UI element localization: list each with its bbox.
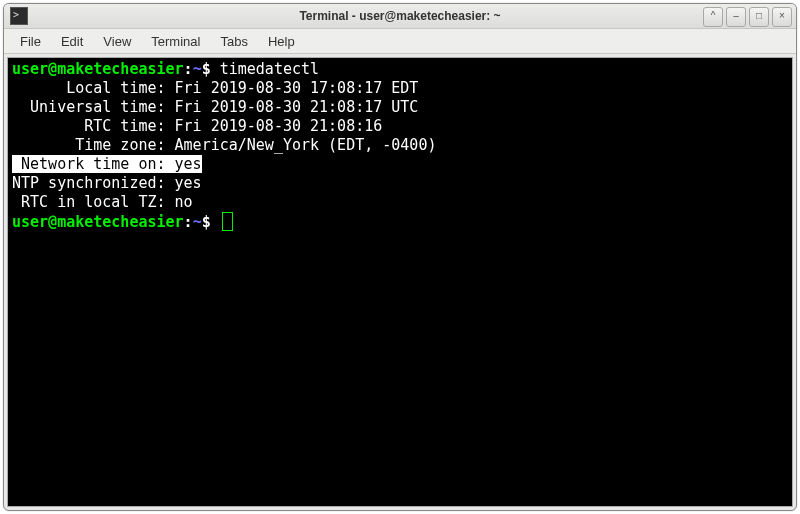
prompt-path-2: ~: [193, 213, 202, 231]
output-local-time: Local time: Fri 2019-08-30 17:08:17 EDT: [12, 79, 418, 97]
window-title: Terminal - user@maketecheasier: ~: [4, 9, 796, 23]
output-universal-time: Universal time: Fri 2019-08-30 21:08:17 …: [12, 98, 418, 116]
prompt-userhost-2: user@maketecheasier: [12, 213, 184, 231]
window-controls: ^ – □ ×: [703, 7, 792, 27]
command-text: timedatectl: [211, 60, 319, 78]
output-rtc-time: RTC time: Fri 2019-08-30 21:08:16: [12, 117, 382, 135]
menu-file[interactable]: File: [10, 31, 51, 52]
prompt-sep-2: :: [184, 213, 193, 231]
prompt-userhost: user@maketecheasier: [12, 60, 184, 78]
cursor: [222, 212, 233, 231]
menu-view[interactable]: View: [93, 31, 141, 52]
menu-edit[interactable]: Edit: [51, 31, 93, 52]
output-network-time-label: Network time on:: [12, 155, 175, 173]
minimize-button[interactable]: –: [726, 7, 746, 27]
menu-tabs[interactable]: Tabs: [210, 31, 257, 52]
prompt-symbol: $: [202, 60, 211, 78]
maximize-button[interactable]: □: [749, 7, 769, 27]
output-network-time-value: yes: [175, 155, 202, 173]
menu-help[interactable]: Help: [258, 31, 305, 52]
menu-terminal[interactable]: Terminal: [141, 31, 210, 52]
output-rtc-local-tz: RTC in local TZ: no: [12, 193, 193, 211]
menubar: File Edit View Terminal Tabs Help: [4, 29, 796, 54]
close-button[interactable]: ×: [772, 7, 792, 27]
prompt-path: ~: [193, 60, 202, 78]
terminal-app-icon: [10, 7, 28, 25]
titlebar[interactable]: Terminal - user@maketecheasier: ~ ^ – □ …: [4, 4, 796, 29]
output-ntp-sync: NTP synchronized: yes: [12, 174, 202, 192]
terminal-output-area[interactable]: user@maketecheasier:~$ timedatectl Local…: [7, 57, 793, 507]
terminal-window: Terminal - user@maketecheasier: ~ ^ – □ …: [3, 3, 797, 511]
output-timezone: Time zone: America/New_York (EDT, -0400): [12, 136, 436, 154]
prompt-sep: :: [184, 60, 193, 78]
roll-up-button[interactable]: ^: [703, 7, 723, 27]
prompt-symbol-2: $: [202, 213, 211, 231]
